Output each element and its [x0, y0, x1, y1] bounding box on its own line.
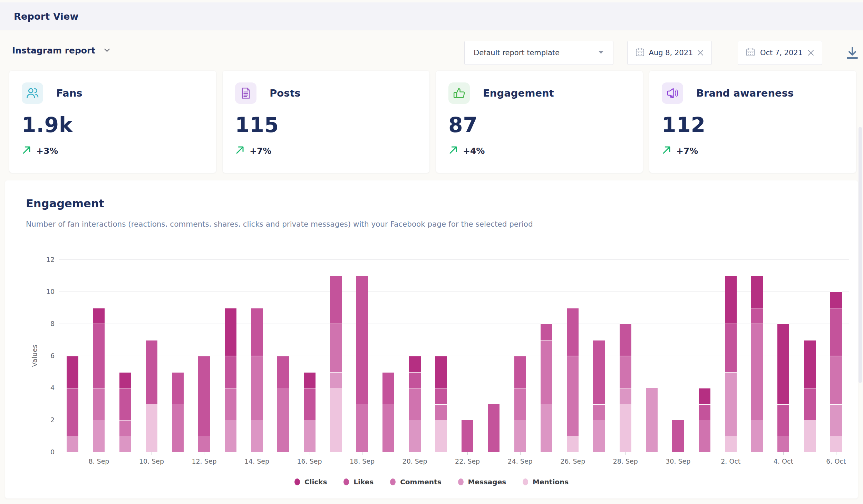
- bar-segment-messages-17Sep[interactable]: [330, 372, 342, 388]
- bar-segment-messages-25Sep[interactable]: [541, 404, 552, 452]
- bar-segment-clicks-16Sep[interactable]: [304, 372, 316, 388]
- bar-segment-mentions-28Sep[interactable]: [620, 404, 631, 452]
- bar-segment-likes-18Sep[interactable]: [356, 276, 368, 404]
- bar-segment-likes-30Sep[interactable]: [672, 420, 684, 452]
- legend-item-messages[interactable]: Messages: [458, 478, 506, 486]
- bar-segment-clicks-9Sep[interactable]: [119, 372, 131, 388]
- bar-segment-comments-14Sep[interactable]: [251, 356, 263, 420]
- bar-segment-likes-24Sep[interactable]: [514, 356, 526, 388]
- bar-segment-comments-20Sep[interactable]: [409, 388, 421, 420]
- bar-segment-likes-8Sep[interactable]: [93, 324, 105, 388]
- bar-segment-likes-23Sep[interactable]: [488, 404, 500, 452]
- bar-segment-likes-5Oct[interactable]: [804, 388, 816, 420]
- report-selector-dropdown[interactable]: Instagram report: [12, 46, 111, 56]
- bar-segment-comments-25Sep[interactable]: [541, 340, 552, 404]
- template-select[interactable]: Default report template: [464, 41, 613, 65]
- bar-segment-clicks-1Oct[interactable]: [699, 388, 710, 404]
- bar-segment-likes-12Sep[interactable]: [198, 356, 210, 436]
- bar-segment-likes-28Sep[interactable]: [620, 324, 631, 356]
- bar-segment-messages-28Sep[interactable]: [620, 388, 631, 404]
- bar-segment-messages-3Oct[interactable]: [751, 420, 763, 452]
- bar-segment-mentions-17Sep[interactable]: [330, 388, 342, 452]
- legend-item-clicks[interactable]: Clicks: [294, 478, 327, 486]
- bar-segment-messages-16Sep[interactable]: [304, 420, 316, 452]
- bar-segment-likes-3Oct[interactable]: [751, 308, 763, 324]
- bar-segment-comments-1Oct[interactable]: [699, 420, 710, 452]
- bar-segment-messages-6Oct[interactable]: [830, 404, 842, 436]
- bar-segment-comments-17Sep[interactable]: [330, 324, 342, 372]
- bar-segment-likes-4Oct[interactable]: [777, 404, 789, 436]
- bar-segment-messages-8Sep[interactable]: [93, 420, 105, 452]
- date-to-clear-button[interactable]: [807, 49, 814, 56]
- bar-segment-comments-3Oct[interactable]: [751, 324, 763, 420]
- bar-segment-comments-13Sep[interactable]: [225, 388, 236, 420]
- bar-segment-comments-26Sep[interactable]: [567, 356, 579, 436]
- bar-segment-mentions-21Sep[interactable]: [435, 420, 447, 452]
- bar-segment-comments-9Sep[interactable]: [119, 420, 131, 436]
- bar-segment-mentions-6Oct[interactable]: [830, 436, 842, 452]
- bar-segment-comments-15Sep[interactable]: [277, 388, 289, 452]
- legend-item-likes[interactable]: Likes: [343, 478, 374, 486]
- bar-segment-messages-2Oct[interactable]: [725, 372, 737, 436]
- bar-segment-clicks-8Sep[interactable]: [93, 308, 105, 324]
- bar-segment-comments-12Sep[interactable]: [198, 436, 210, 452]
- bar-segment-clicks-20Sep[interactable]: [409, 356, 421, 372]
- vertical-scrollbar[interactable]: [859, 127, 862, 383]
- bar-segment-messages-24Sep[interactable]: [514, 420, 526, 452]
- legend-item-comments[interactable]: Comments: [390, 478, 441, 486]
- bar-segment-clicks-2Oct[interactable]: [725, 276, 737, 324]
- bar-segment-comments-21Sep[interactable]: [435, 404, 447, 420]
- bar-segment-messages-14Sep[interactable]: [251, 420, 263, 452]
- bar-segment-likes-22Sep[interactable]: [462, 420, 473, 452]
- bar-segment-likes-19Sep[interactable]: [382, 372, 394, 404]
- date-to-picker[interactable]: Oct 7, 2021: [738, 41, 822, 65]
- bar-segment-likes-10Sep[interactable]: [146, 340, 157, 404]
- bar-segment-likes-17Sep[interactable]: [330, 276, 342, 324]
- bar-segment-clicks-6Oct[interactable]: [830, 291, 842, 308]
- bar-segment-likes-15Sep[interactable]: [277, 356, 289, 388]
- bar-segment-likes-2Oct[interactable]: [725, 324, 737, 372]
- bar-segment-messages-9Sep[interactable]: [119, 436, 131, 452]
- bar-segment-clicks-13Sep[interactable]: [225, 308, 236, 356]
- bar-segment-likes-7Sep[interactable]: [67, 388, 78, 436]
- bar-segment-likes-16Sep[interactable]: [304, 388, 316, 420]
- bar-segment-messages-7Sep[interactable]: [67, 436, 78, 452]
- bar-segment-comments-19Sep[interactable]: [382, 404, 394, 452]
- bar-segment-comments-28Sep[interactable]: [620, 356, 631, 388]
- bar-segment-likes-26Sep[interactable]: [567, 308, 579, 356]
- bar-segment-mentions-10Sep[interactable]: [146, 404, 157, 452]
- bar-segment-clicks-3Oct[interactable]: [751, 276, 763, 308]
- bar-segment-comments-4Oct[interactable]: [777, 436, 789, 452]
- bar-segment-likes-1Oct[interactable]: [699, 404, 710, 420]
- bar-segment-likes-27Sep[interactable]: [593, 340, 605, 404]
- bar-segment-likes-13Sep[interactable]: [225, 356, 236, 388]
- bar-segment-likes-11Sep[interactable]: [172, 372, 184, 404]
- bar-segment-messages-13Sep[interactable]: [225, 420, 236, 452]
- date-from-clear-button[interactable]: [697, 49, 704, 56]
- bar-segment-clicks-5Oct[interactable]: [804, 340, 816, 388]
- bar-segment-likes-9Sep[interactable]: [119, 388, 131, 420]
- download-report-button[interactable]: [845, 45, 860, 61]
- bar-segment-mentions-26Sep[interactable]: [567, 436, 579, 452]
- bar-segment-comments-18Sep[interactable]: [356, 404, 368, 452]
- legend-item-mentions[interactable]: Mentions: [523, 478, 569, 486]
- bar-segment-comments-8Sep[interactable]: [93, 388, 105, 420]
- bar-segment-comments-27Sep[interactable]: [593, 404, 605, 420]
- bar-segment-likes-25Sep[interactable]: [541, 324, 552, 340]
- bar-segment-messages-20Sep[interactable]: [409, 420, 421, 452]
- bar-segment-likes-20Sep[interactable]: [409, 372, 421, 388]
- bar-segment-likes-14Sep[interactable]: [251, 308, 263, 356]
- bar-segment-comments-24Sep[interactable]: [514, 388, 526, 420]
- date-from-picker[interactable]: Aug 8, 2021: [627, 41, 712, 65]
- bar-segment-clicks-21Sep[interactable]: [435, 356, 447, 388]
- bar-segment-mentions-5Oct[interactable]: [804, 420, 816, 452]
- bar-segment-mentions-2Oct[interactable]: [725, 436, 737, 452]
- bar-segment-comments-6Oct[interactable]: [830, 356, 842, 404]
- bar-segment-clicks-7Sep[interactable]: [67, 356, 78, 388]
- bar-segment-comments-11Sep[interactable]: [172, 404, 184, 452]
- bar-segment-likes-21Sep[interactable]: [435, 388, 447, 404]
- bar-segment-messages-29Sep[interactable]: [646, 388, 658, 452]
- bar-segment-likes-6Oct[interactable]: [830, 308, 842, 356]
- bar-segment-messages-27Sep[interactable]: [593, 420, 605, 452]
- bar-segment-clicks-4Oct[interactable]: [777, 324, 789, 404]
